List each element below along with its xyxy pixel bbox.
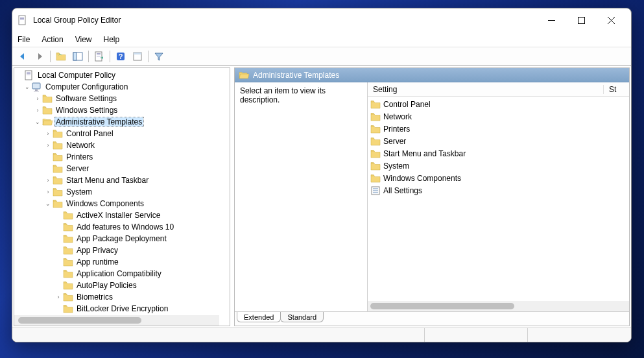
tree-wc-item[interactable]: App Package Deployment: [14, 233, 230, 245]
folder-icon: [53, 187, 63, 197]
menu-help[interactable]: Help: [104, 35, 120, 44]
close-button[interactable]: [596, 10, 626, 30]
tree-windows-settings[interactable]: ›Windows Settings: [14, 104, 230, 116]
tree-root[interactable]: Local Computer Policy: [14, 69, 230, 81]
chevron-right-icon[interactable]: ›: [44, 189, 52, 195]
list-hscrollbar[interactable]: [368, 301, 629, 311]
toolbar-separator: [50, 51, 51, 62]
tree-wc-item[interactable]: ›Biometrics: [14, 291, 230, 303]
chevron-right-icon[interactable]: ›: [34, 107, 42, 113]
tree-software-settings[interactable]: ›Software Settings: [14, 93, 230, 104]
tree-hscrollbar[interactable]: [14, 315, 219, 326]
tab-extended[interactable]: Extended: [237, 312, 281, 322]
chevron-down-icon[interactable]: ⌄: [34, 119, 42, 125]
tree-printers[interactable]: Printers: [14, 151, 230, 163]
tree-computer-configuration[interactable]: ⌄Computer Configuration: [14, 81, 230, 93]
view-tabs: Extended Standard: [235, 311, 629, 326]
folder-icon: [370, 136, 381, 147]
list-item-all-settings[interactable]: All Settings: [368, 184, 629, 197]
tree-wc-item[interactable]: App Privacy: [14, 245, 230, 256]
tree-pane[interactable]: Local Computer Policy ⌄Computer Configur…: [14, 67, 230, 326]
export-button[interactable]: [91, 49, 107, 64]
policy-tree: Local Computer Policy ⌄Computer Configur…: [14, 68, 230, 326]
folder-open-icon: [42, 117, 53, 127]
menu-action[interactable]: Action: [42, 35, 63, 44]
chevron-right-icon[interactable]: ›: [54, 294, 62, 300]
list-item[interactable]: Windows Components: [368, 172, 629, 184]
properties-button[interactable]: [130, 49, 145, 64]
app-icon: [18, 15, 28, 25]
minimize-button[interactable]: [536, 10, 566, 30]
list-item[interactable]: Control Panel: [368, 98, 629, 110]
folder-icon: [63, 280, 73, 291]
tree-wc-item[interactable]: ActiveX Installer Service: [14, 209, 230, 221]
details-title: Administrative Templates: [253, 71, 339, 80]
tree-windows-components[interactable]: ⌄Windows Components: [14, 198, 230, 209]
titlebar[interactable]: Local Group Policy Editor: [12, 8, 631, 32]
tree-wc-item[interactable]: Application Compatibility: [14, 268, 230, 280]
up-button[interactable]: [53, 49, 69, 64]
tab-standard[interactable]: Standard: [280, 312, 324, 322]
statusbar: [12, 328, 631, 342]
folder-icon: [42, 105, 53, 115]
chevron-down-icon[interactable]: ⌄: [44, 200, 52, 207]
folder-icon: [42, 93, 53, 104]
tree-start-menu-taskbar[interactable]: ›Start Menu and Taskbar: [14, 174, 230, 186]
list-item[interactable]: Network: [368, 110, 629, 123]
menu-file[interactable]: File: [18, 35, 30, 44]
app-window: Local Group Policy Editor File Action Vi…: [12, 8, 632, 342]
toolbar-separator: [110, 51, 110, 62]
list-item[interactable]: Start Menu and Taskbar: [368, 147, 629, 160]
column-state[interactable]: St: [603, 85, 629, 94]
back-button[interactable]: [15, 49, 30, 64]
tree-wc-item[interactable]: Add features to Windows 10: [14, 221, 230, 233]
forward-button[interactable]: [32, 49, 47, 64]
folder-icon: [370, 124, 381, 134]
folder-icon: [63, 268, 73, 279]
svg-rect-10: [73, 53, 77, 60]
svg-rect-8: [578, 17, 584, 23]
folder-icon: [63, 222, 73, 232]
tree-wc-item[interactable]: AutoPlay Policies: [14, 280, 230, 291]
column-setting[interactable]: Setting: [368, 85, 603, 94]
filter-button[interactable]: [151, 49, 167, 64]
list-item[interactable]: System: [368, 160, 629, 172]
window-title: Local Group Policy Editor: [33, 16, 536, 25]
folder-icon: [53, 198, 63, 209]
folder-icon: [63, 304, 73, 314]
tree-control-panel[interactable]: ›Control Panel: [14, 128, 230, 139]
svg-text:?: ?: [119, 53, 123, 60]
tree-server[interactable]: Server: [14, 163, 230, 174]
chevron-right-icon[interactable]: ›: [34, 95, 42, 102]
toolbar-separator: [88, 51, 89, 62]
tree-network[interactable]: ›Network: [14, 139, 230, 151]
maximize-button[interactable]: [566, 10, 596, 30]
menu-view[interactable]: View: [75, 35, 92, 44]
tree-administrative-templates[interactable]: ⌄Administrative Templates: [14, 116, 230, 128]
folder-icon: [53, 140, 63, 150]
show-hide-tree-button[interactable]: [70, 49, 86, 64]
chevron-right-icon[interactable]: ›: [44, 177, 52, 184]
folder-icon: [370, 99, 381, 110]
description-text: Select an item to view its description.: [235, 82, 367, 311]
tree-wc-item[interactable]: App runtime: [14, 256, 230, 268]
tree-wc-item[interactable]: BitLocker Drive Encryption: [14, 303, 230, 315]
chevron-down-icon[interactable]: ⌄: [23, 84, 31, 90]
folder-open-icon: [239, 70, 249, 80]
list-header[interactable]: Setting St: [368, 82, 629, 97]
settings-icon: [370, 185, 381, 196]
help-button[interactable]: ?: [113, 49, 128, 64]
folder-icon: [63, 233, 73, 244]
menubar: File Action View Help: [12, 32, 631, 47]
list-item[interactable]: Server: [368, 135, 629, 147]
policy-icon: [24, 70, 34, 80]
tree-system[interactable]: ›System: [14, 186, 230, 198]
details-pane: Administrative Templates Select an item …: [234, 67, 630, 326]
svg-rect-14: [134, 53, 141, 54]
settings-list: Setting St Control PanelNetworkPrintersS…: [367, 82, 629, 311]
folder-icon: [63, 292, 73, 302]
chevron-right-icon[interactable]: ›: [44, 142, 52, 149]
chevron-right-icon[interactable]: ›: [44, 130, 52, 137]
folder-icon: [63, 257, 73, 267]
list-item[interactable]: Printers: [368, 123, 629, 135]
